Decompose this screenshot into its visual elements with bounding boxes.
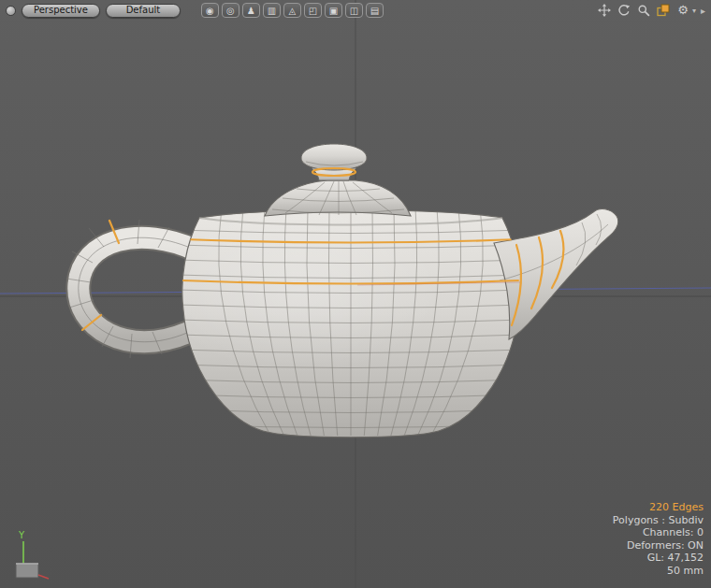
info-edge-count: 220 Edges [613,501,704,514]
perspective-button[interactable]: Perspective [22,4,100,18]
viewport-info: 220 Edges Polygons : Subdiv Channels: 0 … [613,501,704,577]
scene-canvas[interactable] [0,0,711,588]
figure-icon[interactable]: ♟ [242,3,260,18]
wireframe-icon[interactable]: ▥ [263,3,281,18]
shading-mode-button[interactable]: Default [106,4,181,18]
toolbar-expand-icon[interactable]: ▸ [701,6,705,16]
grid-icon[interactable]: ▤ [366,3,384,18]
orbit-icon[interactable] [617,3,631,18]
plane-icon[interactable]: ◰ [304,3,322,18]
info-gl: GL: 47,152 [613,552,704,565]
zoom-icon[interactable] [636,3,651,18]
page-icon[interactable]: ▣ [325,3,342,18]
info-deformers: Deformers: ON [613,539,704,552]
info-polygons: Polygons : Subdiv [613,514,704,527]
gear-caret-icon[interactable]: ▾ [692,7,696,15]
axis-gizmo: Y [11,528,64,581]
info-channels: Channels: 0 [613,526,704,539]
3d-viewport[interactable]: Perspective Default ◉ ◎ ♟ ▥ ◬ ◰ ▣ ◫ ▤ [0,0,711,588]
viewport-menu-dot[interactable] [6,6,16,16]
y-axis-label: Y [18,530,25,540]
teapot-mesh[interactable] [66,144,618,437]
info-focal-length: 50 mm [613,565,704,578]
mirror-icon[interactable]: ◫ [345,3,363,18]
viewport-icon-group: ◉ ◎ ♟ ▥ ◬ ◰ ▣ ◫ ▤ [201,3,384,18]
workplane-icon[interactable] [656,3,671,18]
pan-icon[interactable] [597,3,612,18]
cone-icon[interactable]: ◬ [283,3,301,18]
teapot-handle[interactable] [66,220,196,358]
x-axis-line [38,575,49,579]
viewport-nav-icons: ⚙ ▾ ▸ [597,3,705,18]
environment-icon[interactable]: ◎ [222,3,239,18]
viewport-toolbar: Perspective Default ◉ ◎ ♟ ▥ ◬ ◰ ▣ ◫ ▤ [0,0,711,21]
camera-icon[interactable]: ◉ [201,3,219,18]
gizmo-cube [16,564,38,578]
gear-icon[interactable]: ⚙ [675,3,690,18]
